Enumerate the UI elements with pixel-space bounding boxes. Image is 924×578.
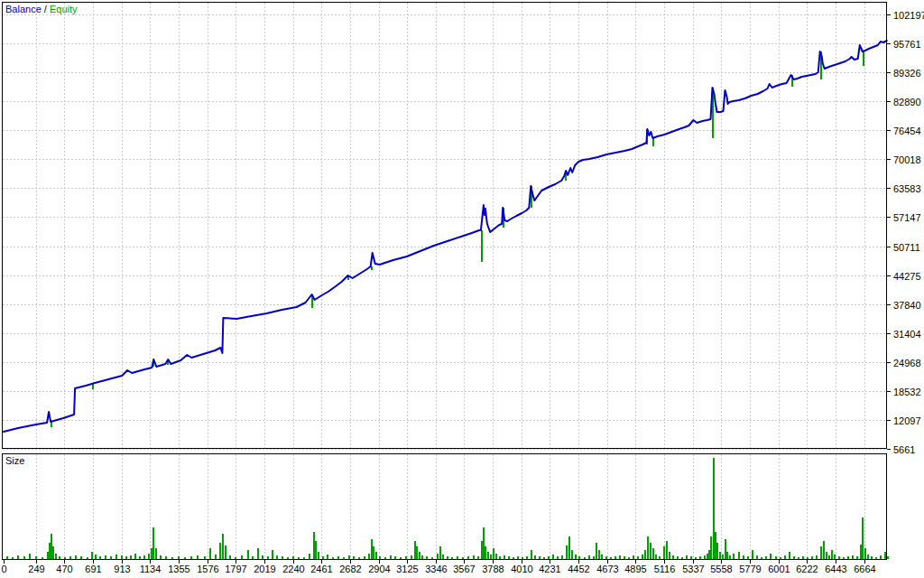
size-bar: [421, 555, 423, 559]
size-bar: [875, 557, 877, 559]
legend-equity-label: Equity: [50, 4, 78, 14]
x-axis-tick-label: 5116: [654, 564, 676, 574]
size-bar: [490, 555, 492, 559]
size-bar: [447, 556, 448, 559]
size-bar: [23, 556, 25, 559]
size-bar: [852, 555, 854, 559]
size-bar: [543, 557, 545, 559]
x-axis-tick-label: 4010: [511, 564, 532, 574]
size-bar: [125, 556, 127, 559]
size-bar: [784, 555, 786, 559]
x-axis-tick-label: 2904: [368, 564, 390, 574]
size-bar: [130, 555, 132, 559]
size-bar: [405, 556, 407, 559]
size-bar: [276, 555, 278, 559]
size-bar: [508, 556, 510, 559]
size-bar: [650, 543, 651, 559]
size-bar: [644, 550, 646, 559]
size-bar: [42, 557, 43, 559]
size-bar: [431, 557, 433, 559]
size-panel-title: Size: [5, 455, 24, 466]
y-axis-tick-label: 44275: [893, 271, 921, 282]
y-axis-tick-label: 102197: [893, 10, 924, 21]
x-axis-tick-label: 4673: [596, 564, 618, 574]
size-bar: [526, 556, 528, 559]
size-bar: [531, 550, 532, 559]
size-bar: [793, 556, 795, 559]
size-bar: [624, 556, 625, 559]
size-bar: [485, 546, 486, 559]
size-bar: [534, 555, 536, 559]
size-bar: [155, 548, 157, 559]
size-bar: [601, 555, 603, 559]
size-bar: [666, 541, 668, 559]
size-bar: [55, 554, 57, 559]
size-bar: [716, 543, 718, 559]
size-bar: [457, 556, 458, 559]
size-bar: [437, 554, 439, 559]
size-bar: [802, 556, 804, 559]
size-bar: [262, 555, 263, 559]
size-bar: [215, 555, 217, 559]
y-axis-tick-label: 95761: [893, 39, 921, 50]
size-bar: [593, 556, 595, 559]
tester-graph-window: 1021979576189326828907645470018635835714…: [0, 0, 924, 578]
size-bar: [414, 541, 416, 559]
size-bar: [672, 555, 674, 559]
size-bar: [178, 556, 180, 559]
size-bar: [165, 556, 167, 559]
size-bar: [561, 555, 563, 559]
size-bar: [864, 548, 866, 559]
size-bar: [596, 543, 597, 559]
size-bar: [578, 556, 580, 559]
y-axis-tick-label: 89326: [893, 68, 921, 79]
size-bar: [807, 557, 808, 559]
size-bar: [637, 556, 639, 559]
size-bar: [483, 527, 485, 559]
size-bar: [867, 555, 869, 559]
size-bar: [695, 557, 697, 559]
size-bar: [160, 555, 162, 559]
x-axis-tick-label: 913: [114, 564, 130, 574]
size-bar: [375, 552, 377, 559]
size-bar: [495, 554, 497, 559]
x-axis-tick-label: 2240: [282, 564, 304, 574]
size-bar: [517, 556, 519, 559]
size-bar: [467, 556, 469, 559]
size-bar: [834, 555, 836, 559]
y-axis-tick-label: 63583: [893, 183, 921, 194]
size-bar: [110, 556, 112, 559]
size-bar: [219, 543, 221, 559]
size-bar: [343, 557, 345, 559]
size-bar: [780, 557, 781, 559]
size-bar: [257, 548, 259, 559]
size-bar: [313, 532, 315, 559]
x-axis-tick-label: 470: [56, 564, 72, 574]
size-bar: [222, 534, 224, 559]
size-bar: [272, 550, 273, 559]
size-bar: [477, 556, 479, 559]
y-axis-tick-label: 24968: [893, 358, 921, 368]
x-axis-tick-label: 1576: [197, 564, 218, 574]
size-bar: [811, 556, 813, 559]
y-axis-tick-label: 37840: [893, 300, 921, 311]
size-bar: [87, 557, 88, 559]
size-bar: [358, 557, 360, 559]
size-bar: [504, 555, 505, 559]
size-bar: [647, 536, 649, 559]
size-bar: [64, 557, 66, 559]
size-bar: [197, 555, 199, 559]
y-axis-tick-label: 31404: [893, 329, 921, 340]
size-bar: [315, 541, 317, 559]
size-bar: [708, 550, 710, 559]
size-bar: [151, 548, 152, 559]
size-bar: [481, 541, 483, 559]
y-axis-tick-label: 12097: [893, 415, 921, 426]
x-axis-tick-label: 1797: [225, 564, 246, 574]
size-bar: [51, 534, 52, 559]
size-bar: [95, 555, 97, 559]
size-bar: [747, 556, 749, 559]
size-bar: [298, 557, 300, 559]
size-bar: [752, 550, 753, 559]
x-axis-tick-label: 2019: [254, 564, 275, 574]
